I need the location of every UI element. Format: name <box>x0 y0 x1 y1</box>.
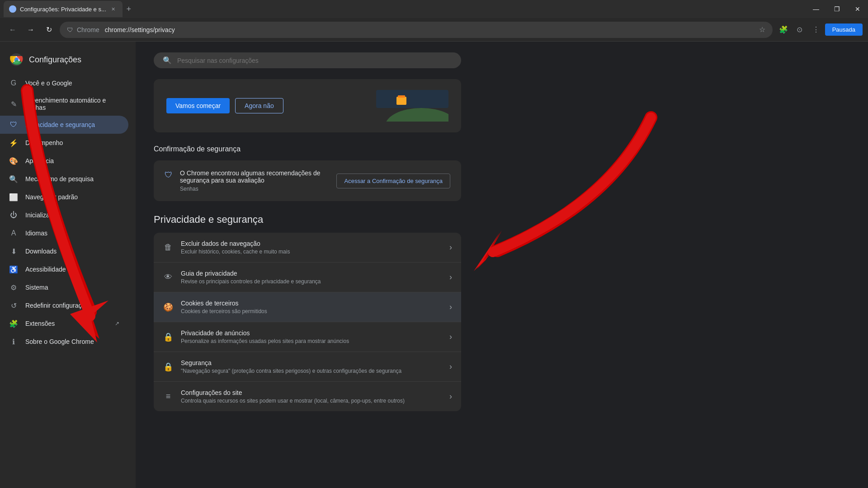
sidebar-icon-mecanismo: 🔍 <box>9 174 18 183</box>
sidebar-item-inicializacao[interactable]: ⏻ Inicialização <box>0 206 128 224</box>
welcome-buttons: Vamos começar Agora não <box>166 98 283 113</box>
extensions-button[interactable]: 🧩 <box>776 23 791 37</box>
sidebar-icon-idiomas: A <box>9 229 18 238</box>
sidebar-item-voce[interactable]: G Você e o Google <box>0 74 128 92</box>
more-button[interactable]: ⋮ <box>809 23 823 37</box>
sidebar-item-privacidade[interactable]: 🛡 Privacidade e segurança <box>0 116 128 134</box>
active-tab[interactable]: Configurações: Privacidade e s... ✕ <box>4 1 123 17</box>
profile-button[interactable]: ⊙ <box>793 23 807 37</box>
settings-arrow-anuncios: › <box>449 332 452 342</box>
settings-text-cookies: Cookies de terceiros Cookies de terceiro… <box>181 300 442 314</box>
settings-item-guia[interactable]: 👁 Guia de privacidade Revise os principa… <box>154 263 461 292</box>
close-button[interactable]: ✕ <box>847 0 868 18</box>
chrome-security-icon: 🛡 <box>67 26 73 33</box>
new-tab-button[interactable]: + <box>123 3 135 15</box>
start-button[interactable]: Vamos começar <box>166 98 230 113</box>
settings-item-seguranca[interactable]: 🔒 Segurança "Navegação segura" (proteção… <box>154 352 461 382</box>
sidebar: Configurações G Você e o Google ✎ Preenc… <box>0 42 136 488</box>
settings-icon-configuracoes-site: ≡ <box>163 391 174 402</box>
sidebar-label-desempenho: Desempenho <box>25 139 119 146</box>
maximize-button[interactable]: ❐ <box>826 0 847 18</box>
svg-point-0 <box>9 6 16 12</box>
settings-text-seguranca: Segurança "Navegação segura" (proteção c… <box>181 359 442 374</box>
welcome-card: Vamos começar Agora não <box>154 79 461 132</box>
security-check-text: O Chrome encontrou algumas recomendações… <box>180 169 336 192</box>
tab-favicon <box>9 5 16 13</box>
sidebar-icon-sobre: ℹ <box>9 337 18 346</box>
sidebar-item-idiomas[interactable]: A Idiomas <box>0 224 128 242</box>
nav-right: 🧩 ⊙ ⋮ Pausada <box>776 23 863 37</box>
settings-item-anuncios[interactable]: 🔒 Privacidade de anúncios Personalize as… <box>154 322 461 352</box>
settings-text-excluir: Excluir dados de navegação Excluir histó… <box>181 240 442 255</box>
sidebar-item-acessibilidade[interactable]: ♿ Acessibilidade <box>0 260 128 278</box>
paused-button[interactable]: Pausada <box>825 23 863 36</box>
navbar: ← → ↻ 🛡 Chrome chrome://settings/privacy… <box>0 18 868 42</box>
sidebar-header: Configurações <box>0 49 136 74</box>
sidebar-item-downloads[interactable]: ⬇ Downloads <box>0 242 128 260</box>
sidebar-label-sistema: Sistema <box>25 284 119 291</box>
forward-button[interactable]: → <box>24 23 38 37</box>
sidebar-label-idiomas: Idiomas <box>25 230 119 237</box>
settings-arrow-excluir: › <box>449 243 452 252</box>
settings-title-excluir: Excluir dados de navegação <box>181 240 442 247</box>
content-area: 🔍 Vamos começar Agora não <box>136 42 868 488</box>
sidebar-label-inicializacao: Inicialização <box>25 211 119 219</box>
settings-icon-guia: 👁 <box>163 272 174 283</box>
settings-icon-cookies: 🍪 <box>163 302 174 313</box>
later-button[interactable]: Agora não <box>235 98 283 113</box>
settings-item-cookies[interactable]: 🍪 Cookies de terceiros Cookies de tercei… <box>154 292 461 322</box>
welcome-graphic <box>376 90 448 122</box>
tab-area: Configurações: Privacidade e s... ✕ + <box>4 0 135 18</box>
settings-desc-guia: Revise os principais controles de privac… <box>181 278 442 285</box>
sidebar-icon-redefinir: ↺ <box>9 301 18 310</box>
svg-rect-7 <box>396 97 406 105</box>
sidebar-item-sobre[interactable]: ℹ Sobre o Google Chrome <box>0 333 128 351</box>
sidebar-item-preenchimento[interactable]: ✎ Preenchimento automático e senhas <box>0 92 128 116</box>
reload-button[interactable]: ↻ <box>42 23 56 37</box>
sidebar-label-extensoes: Extensões <box>25 320 108 327</box>
sidebar-item-extensoes[interactable]: 🧩 Extensões ↗ <box>0 314 128 333</box>
settings-title-anuncios: Privacidade de anúncios <box>181 329 442 337</box>
settings-text-anuncios: Privacidade de anúncios Personalize as i… <box>181 329 442 344</box>
tab-close-button[interactable]: ✕ <box>110 5 117 13</box>
sidebar-item-sistema[interactable]: ⚙ Sistema <box>0 278 128 296</box>
bookmark-icon[interactable]: ☆ <box>759 25 765 34</box>
sidebar-label-sobre: Sobre o Google Chrome <box>25 338 119 345</box>
sidebar-item-redefinir[interactable]: ↺ Redefinir configurações <box>0 296 128 314</box>
sidebar-icon-navegador: ⬜ <box>9 192 18 202</box>
search-bar[interactable]: 🔍 <box>154 52 461 68</box>
back-button[interactable]: ← <box>5 23 20 37</box>
sidebar-item-desempenho[interactable]: ⚡ Desempenho <box>0 134 128 152</box>
sidebar-item-aparencia[interactable]: 🎨 Aparência <box>0 152 128 170</box>
sidebar-label-aparencia: Aparência <box>25 157 119 164</box>
minimize-button[interactable]: — <box>806 0 826 18</box>
sidebar-icon-desempenho: ⚡ <box>9 138 18 147</box>
svg-rect-6 <box>376 90 448 108</box>
sidebar-label-preenchimento: Preenchimento automático e senhas <box>25 97 119 111</box>
titlebar-left: Configurações: Privacidade e s... ✕ + <box>0 0 135 18</box>
sidebar-label-privacidade: Privacidade e segurança <box>25 121 119 128</box>
settings-desc-anuncios: Personalize as informações usadas pelos … <box>181 338 442 344</box>
security-section-title: Confirmação de segurança <box>154 145 850 153</box>
sidebar-item-navegador[interactable]: ⬜ Navegador padrão <box>0 188 128 206</box>
settings-icon-anuncios: 🔒 <box>163 332 174 343</box>
chrome-label: Chrome <box>77 26 99 33</box>
tab-title: Configurações: Privacidade e s... <box>20 6 106 13</box>
settings-arrow-guia: › <box>449 272 452 282</box>
sidebar-items-container: G Você e o Google ✎ Preenchimento automá… <box>0 74 136 351</box>
chrome-logo <box>9 52 24 67</box>
omnibox[interactable]: 🛡 Chrome chrome://settings/privacy ☆ <box>60 22 773 38</box>
settings-item-excluir[interactable]: 🗑 Excluir dados de navegação Excluir his… <box>154 233 461 263</box>
settings-icon-excluir: 🗑 <box>163 242 174 253</box>
sidebar-label-downloads: Downloads <box>25 248 119 255</box>
search-input[interactable] <box>177 57 452 64</box>
sidebar-icon-preenchimento: ✎ <box>9 99 18 108</box>
settings-item-configuracoes-site[interactable]: ≡ Configurações do site Controla quais r… <box>154 382 461 411</box>
settings-desc-seguranca: "Navegação segura" (proteção contra site… <box>181 368 442 374</box>
svg-rect-8 <box>398 95 405 98</box>
security-check-button[interactable]: Acessar a Confirmação de segurança <box>336 174 450 188</box>
settings-title-guia: Guia de privacidade <box>181 270 442 277</box>
sidebar-item-mecanismo[interactable]: 🔍 Mecanismo de pesquisa <box>0 170 128 188</box>
sidebar-label-redefinir: Redefinir configurações <box>25 302 119 309</box>
sidebar-icon-downloads: ⬇ <box>9 247 18 256</box>
